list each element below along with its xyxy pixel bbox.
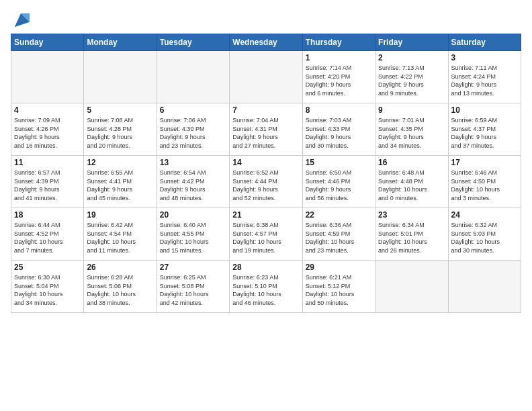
day-number: 16 bbox=[378, 158, 445, 167]
calendar-cell: 13Sunrise: 6:54 AM Sunset: 4:42 PM Dayli… bbox=[157, 156, 229, 208]
logo-icon bbox=[12, 11, 31, 30]
calendar-cell bbox=[375, 261, 448, 313]
day-number: 8 bbox=[306, 105, 372, 115]
calendar-cell: 4Sunrise: 7:09 AM Sunset: 4:26 PM Daylig… bbox=[11, 103, 84, 156]
day-number: 4 bbox=[14, 105, 81, 115]
header bbox=[11, 8, 521, 30]
day-number: 14 bbox=[232, 158, 299, 167]
header-thursday: Thursday bbox=[302, 34, 375, 51]
day-number: 26 bbox=[87, 263, 153, 272]
calendar-cell: 27Sunrise: 6:25 AM Sunset: 5:08 PM Dayli… bbox=[157, 261, 229, 313]
calendar-cell: 26Sunrise: 6:28 AM Sunset: 5:06 PM Dayli… bbox=[84, 261, 157, 313]
day-info: Sunrise: 6:28 AM Sunset: 5:06 PM Dayligh… bbox=[87, 273, 153, 307]
calendar-cell: 3Sunrise: 7:11 AM Sunset: 4:24 PM Daylig… bbox=[448, 51, 521, 103]
day-info: Sunrise: 6:34 AM Sunset: 5:01 PM Dayligh… bbox=[378, 221, 445, 255]
day-info: Sunrise: 6:57 AM Sunset: 4:39 PM Dayligh… bbox=[14, 169, 81, 202]
day-info: Sunrise: 7:14 AM Sunset: 4:20 PM Dayligh… bbox=[306, 64, 372, 97]
day-info: Sunrise: 6:59 AM Sunset: 4:37 PM Dayligh… bbox=[451, 116, 518, 150]
calendar-cell: 16Sunrise: 6:48 AM Sunset: 4:48 PM Dayli… bbox=[375, 156, 448, 208]
calendar-cell: 18Sunrise: 6:44 AM Sunset: 4:52 PM Dayli… bbox=[11, 208, 84, 261]
calendar-cell: 14Sunrise: 6:52 AM Sunset: 4:44 PM Dayli… bbox=[230, 156, 302, 208]
day-info: Sunrise: 6:52 AM Sunset: 4:44 PM Dayligh… bbox=[232, 169, 299, 202]
day-number: 24 bbox=[451, 210, 518, 220]
day-number: 25 bbox=[14, 263, 81, 272]
day-number: 3 bbox=[451, 53, 518, 62]
day-number: 21 bbox=[232, 210, 299, 220]
day-info: Sunrise: 6:25 AM Sunset: 5:08 PM Dayligh… bbox=[160, 273, 226, 307]
header-tuesday: Tuesday bbox=[157, 34, 229, 51]
day-info: Sunrise: 6:40 AM Sunset: 4:55 PM Dayligh… bbox=[160, 221, 226, 255]
calendar-cell: 25Sunrise: 6:30 AM Sunset: 5:04 PM Dayli… bbox=[11, 261, 84, 313]
day-number: 12 bbox=[87, 158, 153, 167]
day-number: 23 bbox=[378, 210, 445, 220]
day-number: 18 bbox=[14, 210, 81, 220]
calendar-cell: 5Sunrise: 7:08 AM Sunset: 4:28 PM Daylig… bbox=[84, 103, 157, 156]
calendar-cell: 23Sunrise: 6:34 AM Sunset: 5:01 PM Dayli… bbox=[375, 208, 448, 261]
day-info: Sunrise: 6:55 AM Sunset: 4:41 PM Dayligh… bbox=[87, 169, 153, 202]
calendar-cell: 17Sunrise: 6:46 AM Sunset: 4:50 PM Dayli… bbox=[448, 156, 521, 208]
header-friday: Friday bbox=[375, 34, 448, 51]
day-number: 19 bbox=[87, 210, 153, 220]
logo bbox=[11, 11, 31, 30]
day-number: 27 bbox=[160, 263, 226, 272]
day-info: Sunrise: 7:09 AM Sunset: 4:26 PM Dayligh… bbox=[14, 116, 81, 150]
day-info: Sunrise: 7:01 AM Sunset: 4:35 PM Dayligh… bbox=[378, 116, 445, 150]
day-info: Sunrise: 7:08 AM Sunset: 4:28 PM Dayligh… bbox=[87, 116, 153, 150]
calendar-cell bbox=[157, 51, 229, 103]
header-monday: Monday bbox=[84, 34, 157, 51]
day-number: 17 bbox=[451, 158, 518, 167]
header-sunday: Sunday bbox=[11, 34, 84, 51]
calendar-cell: 11Sunrise: 6:57 AM Sunset: 4:39 PM Dayli… bbox=[11, 156, 84, 208]
calendar-cell: 7Sunrise: 7:04 AM Sunset: 4:31 PM Daylig… bbox=[230, 103, 302, 156]
day-info: Sunrise: 6:44 AM Sunset: 4:52 PM Dayligh… bbox=[14, 221, 81, 255]
day-info: Sunrise: 6:54 AM Sunset: 4:42 PM Dayligh… bbox=[160, 169, 226, 202]
day-number: 2 bbox=[378, 53, 445, 62]
calendar-cell: 19Sunrise: 6:42 AM Sunset: 4:54 PM Dayli… bbox=[84, 208, 157, 261]
calendar-cell: 12Sunrise: 6:55 AM Sunset: 4:41 PM Dayli… bbox=[84, 156, 157, 208]
calendar-cell: 2Sunrise: 7:13 AM Sunset: 4:22 PM Daylig… bbox=[375, 51, 448, 103]
calendar-table: Sunday Monday Tuesday Wednesday Thursday… bbox=[11, 34, 521, 313]
calendar-cell bbox=[84, 51, 157, 103]
day-info: Sunrise: 6:23 AM Sunset: 5:10 PM Dayligh… bbox=[232, 273, 299, 307]
day-number: 6 bbox=[160, 105, 226, 115]
day-number: 22 bbox=[306, 210, 372, 220]
day-number: 28 bbox=[232, 263, 299, 272]
day-number: 29 bbox=[306, 263, 372, 272]
day-number: 13 bbox=[160, 158, 226, 167]
calendar-cell: 28Sunrise: 6:23 AM Sunset: 5:10 PM Dayli… bbox=[230, 261, 302, 313]
calendar-cell: 24Sunrise: 6:32 AM Sunset: 5:03 PM Dayli… bbox=[448, 208, 521, 261]
calendar-cell bbox=[448, 261, 521, 313]
calendar-cell: 10Sunrise: 6:59 AM Sunset: 4:37 PM Dayli… bbox=[448, 103, 521, 156]
calendar-cell: 9Sunrise: 7:01 AM Sunset: 4:35 PM Daylig… bbox=[375, 103, 448, 156]
day-number: 20 bbox=[160, 210, 226, 220]
day-number: 11 bbox=[14, 158, 81, 167]
day-info: Sunrise: 6:42 AM Sunset: 4:54 PM Dayligh… bbox=[87, 221, 153, 255]
day-info: Sunrise: 6:32 AM Sunset: 5:03 PM Dayligh… bbox=[451, 221, 518, 255]
day-info: Sunrise: 6:30 AM Sunset: 5:04 PM Dayligh… bbox=[14, 273, 81, 307]
header-saturday: Saturday bbox=[448, 34, 521, 51]
calendar-cell: 29Sunrise: 6:21 AM Sunset: 5:12 PM Dayli… bbox=[302, 261, 375, 313]
day-number: 7 bbox=[232, 105, 299, 115]
calendar-cell: 22Sunrise: 6:36 AM Sunset: 4:59 PM Dayli… bbox=[302, 208, 375, 261]
page-container: Sunday Monday Tuesday Wednesday Thursday… bbox=[0, 0, 532, 411]
day-info: Sunrise: 7:04 AM Sunset: 4:31 PM Dayligh… bbox=[232, 116, 299, 150]
day-number: 15 bbox=[306, 158, 372, 167]
day-info: Sunrise: 7:03 AM Sunset: 4:33 PM Dayligh… bbox=[306, 116, 372, 150]
day-number: 1 bbox=[306, 53, 372, 62]
day-number: 9 bbox=[378, 105, 445, 115]
calendar-cell: 20Sunrise: 6:40 AM Sunset: 4:55 PM Dayli… bbox=[157, 208, 229, 261]
calendar-cell: 6Sunrise: 7:06 AM Sunset: 4:30 PM Daylig… bbox=[157, 103, 229, 156]
day-info: Sunrise: 7:06 AM Sunset: 4:30 PM Dayligh… bbox=[160, 116, 226, 150]
day-info: Sunrise: 7:13 AM Sunset: 4:22 PM Dayligh… bbox=[378, 64, 445, 97]
calendar-cell bbox=[230, 51, 302, 103]
calendar-cell: 1Sunrise: 7:14 AM Sunset: 4:20 PM Daylig… bbox=[302, 51, 375, 103]
calendar-header-row: Sunday Monday Tuesday Wednesday Thursday… bbox=[11, 34, 521, 51]
header-wednesday: Wednesday bbox=[230, 34, 302, 51]
calendar-cell: 8Sunrise: 7:03 AM Sunset: 4:33 PM Daylig… bbox=[302, 103, 375, 156]
day-number: 10 bbox=[451, 105, 518, 115]
day-info: Sunrise: 6:36 AM Sunset: 4:59 PM Dayligh… bbox=[306, 221, 372, 255]
day-info: Sunrise: 6:46 AM Sunset: 4:50 PM Dayligh… bbox=[451, 169, 518, 202]
day-number: 5 bbox=[87, 105, 153, 115]
calendar-cell: 21Sunrise: 6:38 AM Sunset: 4:57 PM Dayli… bbox=[230, 208, 302, 261]
day-info: Sunrise: 6:50 AM Sunset: 4:46 PM Dayligh… bbox=[306, 169, 372, 202]
